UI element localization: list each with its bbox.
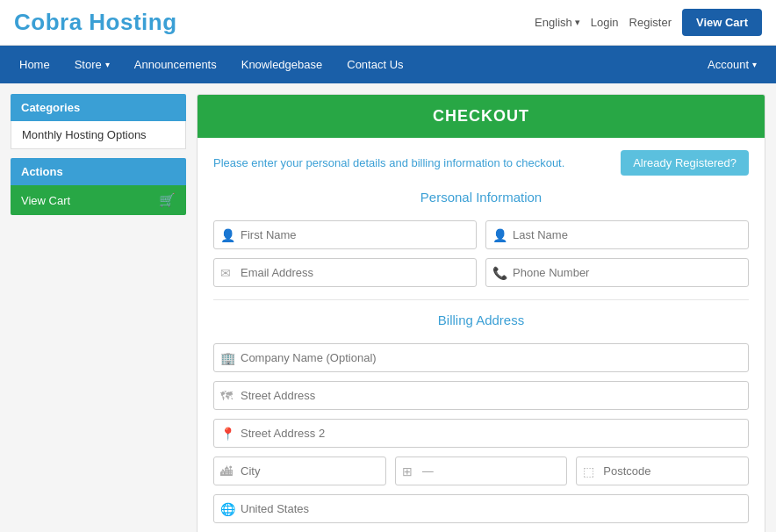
street2-input[interactable]	[213, 419, 749, 448]
phone-wrap: 📞	[485, 258, 749, 287]
sidebar-actions: Actions View Cart 🛒	[11, 158, 186, 215]
actions-header: Actions	[11, 158, 186, 185]
main-content: Categories Monthly Hosting Options Actio…	[0, 83, 776, 532]
building-icon: 🏢	[220, 351, 235, 365]
state-select[interactable]: —	[395, 457, 568, 485]
company-row: 🏢	[213, 343, 749, 372]
billing-title: Billing Address	[213, 313, 749, 333]
phone-input[interactable]	[485, 258, 749, 287]
store-arrow-icon: ▾	[105, 60, 110, 69]
country-row: 🌐	[213, 494, 749, 523]
sidebar-monthly-hosting[interactable]: Monthly Hosting Options	[11, 121, 186, 149]
first-name-wrap: 👤	[213, 220, 477, 249]
sidebar: Categories Monthly Hosting Options Actio…	[11, 94, 186, 532]
email-icon: ✉	[220, 266, 231, 280]
city-input[interactable]	[213, 457, 386, 485]
first-name-input[interactable]	[213, 220, 477, 249]
state-wrap: ⊞ —	[395, 457, 568, 485]
sidebar-view-cart-button[interactable]: View Cart 🛒	[11, 185, 186, 215]
nav-store[interactable]: Store ▾	[62, 46, 122, 83]
register-link[interactable]: Register	[629, 16, 672, 29]
person-icon: 👤	[220, 228, 235, 242]
postcode-input[interactable]	[576, 457, 749, 485]
cart-icon: 🛒	[159, 192, 176, 208]
view-cart-button[interactable]: View Cart	[682, 9, 762, 36]
checkout-body: Please enter your personal details and b…	[198, 138, 765, 532]
nav-account[interactable]: Account ▾	[695, 46, 769, 83]
language-selector[interactable]: English	[535, 16, 580, 29]
logo: Cobra Hosting	[14, 9, 177, 36]
personal-info-title: Personal Information	[213, 190, 749, 210]
divider-1	[213, 299, 749, 300]
email-phone-row: ✉ 📞	[213, 258, 749, 287]
street2-row: 📍	[213, 419, 749, 448]
company-input[interactable]	[213, 343, 749, 372]
pin-icon: 📍	[220, 427, 235, 441]
last-name-input[interactable]	[485, 220, 749, 249]
last-name-wrap: 👤	[485, 220, 749, 249]
navigation: Home Store ▾ Announcements Knowledgebase…	[0, 46, 776, 83]
street1-row: 🗺	[213, 381, 749, 410]
postcode-wrap: ⬚	[576, 457, 749, 485]
checkout-header: CHECKOUT	[198, 95, 765, 138]
already-registered-button[interactable]: Already Registered?	[621, 150, 749, 176]
header: Cobra Hosting English Login Register Vie…	[0, 0, 776, 46]
state-icon: ⊞	[402, 464, 413, 478]
nav-knowledgebase[interactable]: Knowledgebase	[229, 46, 335, 83]
country-wrap: 🌐	[213, 494, 749, 523]
postcode-icon: ⬚	[583, 464, 594, 478]
nav-announcements[interactable]: Announcements	[122, 46, 229, 83]
street2-wrap: 📍	[213, 419, 749, 448]
email-input[interactable]	[213, 258, 477, 287]
checkout-info-row: Please enter your personal details and b…	[213, 150, 749, 176]
header-right: English Login Register View Cart	[535, 9, 762, 36]
checkout-content: CHECKOUT Please enter your personal deta…	[197, 94, 765, 532]
company-wrap: 🏢	[213, 343, 749, 372]
city-state-post-row: 🏙 ⊞ — ⬚	[213, 457, 749, 485]
phone-icon: 📞	[492, 266, 507, 280]
street1-input[interactable]	[213, 381, 749, 410]
categories-header: Categories	[11, 94, 186, 121]
nav-contact[interactable]: Contact Us	[334, 46, 415, 83]
person-icon-2: 👤	[492, 228, 507, 242]
name-row: 👤 👤	[213, 220, 749, 249]
city-wrap: 🏙	[213, 457, 386, 485]
street1-wrap: 🗺	[213, 381, 749, 410]
checkout-info-text: Please enter your personal details and b…	[213, 156, 564, 169]
nav-left: Home Store ▾ Announcements Knowledgebase…	[7, 46, 416, 83]
map-icon: 🗺	[220, 389, 233, 403]
nav-right: Account ▾	[695, 46, 769, 83]
nav-home[interactable]: Home	[7, 46, 62, 83]
email-wrap: ✉	[213, 258, 477, 287]
globe-icon: 🌐	[220, 502, 235, 516]
login-link[interactable]: Login	[591, 16, 619, 29]
city-icon: 🏙	[220, 464, 233, 478]
account-arrow-icon: ▾	[752, 60, 757, 69]
country-input[interactable]	[213, 494, 749, 523]
